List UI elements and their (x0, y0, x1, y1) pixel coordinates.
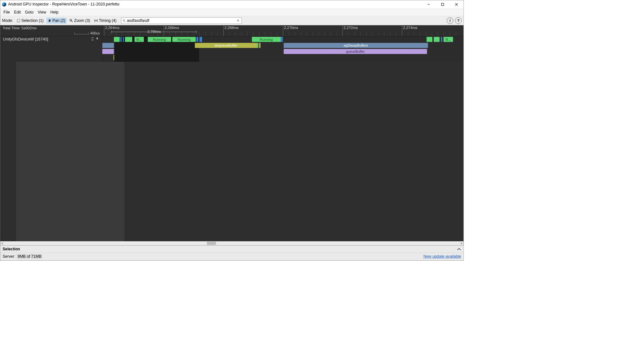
mode-pan-label: Pan (2) (52, 18, 65, 23)
status-bar: Server: 9MB of 71MB New update available (0, 253, 464, 260)
chevron-up-icon[interactable] (457, 247, 461, 251)
timeline-span[interactable] (102, 49, 114, 54)
update-link[interactable]: New update available (423, 255, 461, 259)
scroll-thumb[interactable] (207, 242, 216, 245)
ruler-tick-label: 2,268ms (224, 26, 238, 30)
server-label: Server: (3, 255, 15, 259)
timeline-empty-area[interactable] (0, 62, 464, 241)
timeline-span[interactable]: R... (444, 37, 453, 42)
selection-range-indicator: 3.796ms (112, 30, 197, 35)
time-ruler[interactable]: Total Time: 5s002ms 400us 2,264ms2,266ms… (0, 25, 464, 36)
svg-rect-1 (441, 3, 444, 5)
scroll-left-button[interactable]: < (0, 241, 5, 245)
info-button[interactable]: i (447, 17, 453, 24)
mode-zoom-label: Zoom (3) (74, 18, 90, 23)
dimmed-range (0, 62, 16, 241)
app-icon (2, 2, 6, 6)
selection-panel-title: Selection (3, 247, 20, 251)
menu-edit[interactable]: Edit (12, 9, 23, 15)
mode-selection-label: Selection (1) (21, 18, 43, 23)
track-header[interactable]: UnityGfxDeviceW [16740] (0, 36, 102, 42)
timeline-span[interactable]: dequeueBuffer (195, 43, 257, 48)
ruler-tick-label: 2,272ms (343, 26, 358, 30)
timeline-span[interactable] (427, 37, 432, 42)
maximize-button[interactable] (436, 0, 449, 8)
horizontal-scrollbar[interactable]: < > (0, 241, 464, 246)
mode-selection-button[interactable]: Selection (1) (15, 17, 45, 23)
svg-line-6 (72, 21, 73, 22)
ruler-tick-label: 2,266ms (165, 26, 179, 30)
selection-panel-header[interactable]: Selection (0, 246, 464, 253)
timeline-span[interactable] (281, 37, 283, 42)
timeline-span[interactable] (259, 43, 260, 48)
track-sidebar: UnityGfxDeviceW [16740] (0, 36, 102, 62)
collapse-icon[interactable] (91, 37, 94, 42)
menu-view[interactable]: View (36, 9, 48, 15)
mode-timing-label: Timing (4) (99, 18, 117, 23)
timeline-span[interactable] (123, 37, 124, 42)
window-controls (422, 0, 464, 8)
ruler-tick-label: 2,270ms (284, 26, 298, 30)
timeline-span[interactable] (125, 37, 132, 42)
timeline-span[interactable]: R... (134, 37, 144, 42)
scale-indicator: 400us (74, 31, 100, 35)
minimize-button[interactable] (422, 0, 436, 8)
ruler-tick-label: 2,274ms (403, 26, 417, 30)
selection-icon (17, 19, 21, 23)
mode-zoom-button[interactable]: Zoom (3) (68, 17, 91, 23)
track-body[interactable]: R...RunningRunningRunningR... dequeueBuf… (102, 36, 464, 62)
search-icon (123, 19, 126, 22)
timeline-span[interactable] (199, 37, 202, 42)
svg-point-5 (70, 19, 72, 21)
timeline-span[interactable] (113, 55, 114, 60)
titlebar: Android GPU Inspector - RopeHeroViceTown… (0, 0, 464, 9)
clear-search-button[interactable]: × (236, 18, 240, 23)
timeline-span[interactable] (197, 37, 198, 42)
tracks: UnityGfxDeviceW [16740] R...RunningRunni… (0, 36, 464, 62)
track-name: UnityGfxDeviceW [16740] (3, 37, 48, 42)
timeline-span[interactable]: Running (148, 37, 171, 42)
timeline-span[interactable]: eglSwapBuffers (284, 43, 428, 48)
timeline-span[interactable] (441, 37, 442, 42)
timeline-span[interactable]: Running (172, 37, 196, 42)
toolbar: Mode: Selection (1) Pan (2) Zoom (3) Tim… (0, 16, 464, 25)
svg-line-11 (125, 21, 126, 22)
search-input[interactable] (127, 18, 236, 23)
window-title: Android GPU Inspector - RopeHeroViceTown… (8, 2, 119, 6)
timeline-span[interactable] (120, 37, 121, 42)
ruler-tick-label: 2,264ms (105, 26, 119, 30)
mode-label: Mode: (2, 18, 13, 23)
svg-rect-4 (17, 19, 20, 22)
total-time-label: Total Time: 5s002ms (3, 26, 37, 30)
search-box[interactable]: × (121, 17, 242, 24)
timing-icon (94, 19, 98, 23)
svg-point-10 (123, 20, 125, 21)
timeline-span[interactable] (102, 43, 114, 48)
menu-goto[interactable]: Goto (23, 9, 35, 15)
scroll-right-button[interactable]: > (459, 241, 464, 245)
mode-pan-button[interactable]: Pan (2) (46, 17, 67, 23)
help-button[interactable]: ? (455, 17, 462, 24)
close-button[interactable] (449, 0, 463, 8)
timeline-span[interactable]: Running (252, 37, 281, 42)
pin-icon[interactable] (96, 37, 99, 42)
dimmed-range (124, 62, 463, 241)
timeline-area: Total Time: 5s002ms 400us 2,264ms2,266ms… (0, 25, 464, 245)
scroll-track[interactable] (5, 241, 459, 246)
timeline-span[interactable] (434, 37, 440, 42)
timeline-span[interactable] (257, 43, 258, 48)
timeline-span[interactable] (114, 37, 120, 42)
bottom-panel: Selection Server: 9MB of 71MB New update… (0, 245, 464, 260)
memory-usage: 9MB of 71MB (17, 254, 43, 259)
menu-file[interactable]: File (2, 9, 12, 15)
pan-icon (48, 19, 52, 23)
menubar: File Edit Goto View Help (0, 9, 464, 16)
mode-timing-button[interactable]: Timing (4) (93, 17, 118, 23)
menu-help[interactable]: Help (49, 9, 61, 15)
zoom-icon (70, 19, 73, 23)
timeline-span[interactable]: queueBuffer (284, 49, 427, 54)
